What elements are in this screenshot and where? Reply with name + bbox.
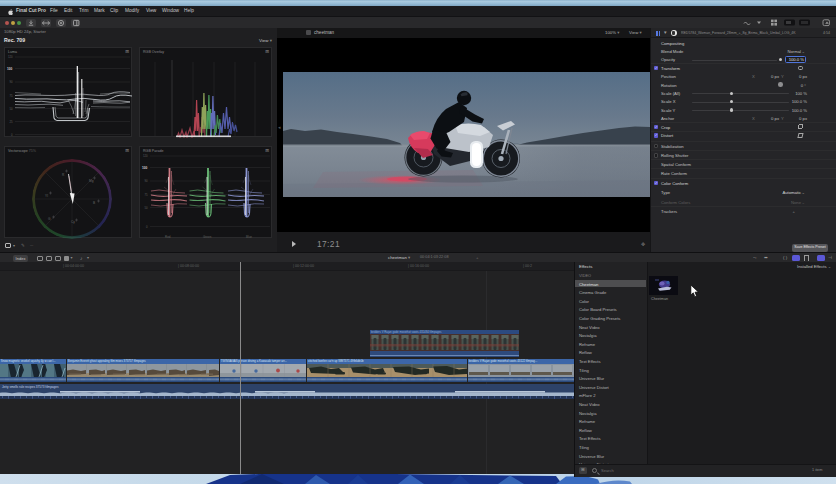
svg-text:50: 50 [10, 107, 14, 111]
svg-text:75: 75 [145, 193, 149, 197]
svg-text:100: 100 [142, 166, 148, 170]
svg-text:90: 90 [10, 80, 14, 84]
svg-text:120: 120 [8, 55, 13, 59]
svg-text:Red: Red [165, 235, 171, 239]
svg-text:0: 0 [11, 133, 13, 137]
svg-text:Blue: Blue [246, 235, 252, 239]
svg-text:50: 50 [145, 206, 149, 210]
svg-text:25: 25 [10, 120, 14, 124]
svg-text:Green: Green [203, 235, 212, 239]
svg-text:100: 100 [7, 67, 13, 71]
svg-text:B: B [93, 201, 95, 205]
svg-text:Cy: Cy [71, 220, 75, 224]
svg-text:R: R [62, 173, 65, 177]
svg-text:Yl: Yl [45, 194, 48, 198]
svg-text:Mg: Mg [89, 179, 94, 183]
svg-text:90: 90 [145, 179, 149, 183]
svg-text:0: 0 [146, 225, 148, 229]
svg-text:120: 120 [143, 154, 148, 158]
svg-text:75: 75 [10, 94, 14, 98]
